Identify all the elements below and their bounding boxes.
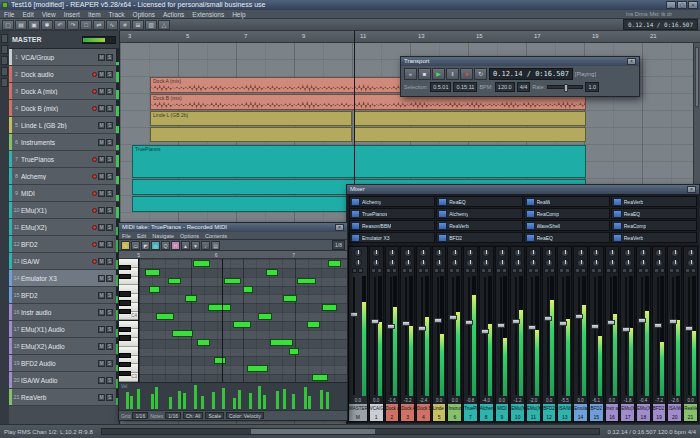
strip-solo-button[interactable] bbox=[550, 268, 555, 273]
mixer-toggle-button[interactable]: ▥ bbox=[145, 20, 157, 30]
redo-button[interactable]: ↷ bbox=[67, 20, 79, 30]
send-knob[interactable] bbox=[545, 249, 553, 257]
solo-button[interactable]: S bbox=[106, 275, 113, 282]
mixer-strip[interactable]: -2.0EMu(X2)11 bbox=[526, 246, 541, 422]
pan-knob[interactable] bbox=[545, 259, 553, 267]
velocity-bar[interactable] bbox=[137, 389, 140, 409]
solo-button[interactable]: S bbox=[106, 343, 113, 350]
fx-slot[interactable]: ReaVerb bbox=[611, 232, 697, 243]
mute-button[interactable]: M bbox=[98, 377, 105, 384]
midi-ruler[interactable]: 567 bbox=[119, 251, 347, 259]
mixer-strip[interactable]: -0.4EMu(X2) Audio18 bbox=[636, 246, 651, 422]
midi-note[interactable] bbox=[193, 260, 210, 267]
track-row[interactable]: 9MIDIMS bbox=[9, 185, 119, 202]
mixer-strip[interactable]: 0.0Instr audio16 bbox=[605, 246, 620, 422]
note-length-dropdown[interactable]: 1/8 bbox=[332, 240, 345, 250]
fx-slot[interactable]: TruePianos bbox=[349, 208, 435, 219]
strip-mute-button[interactable] bbox=[352, 268, 357, 273]
velocity-bar[interactable] bbox=[155, 387, 158, 409]
piano-black-key[interactable] bbox=[119, 353, 131, 358]
mute-button[interactable]: M bbox=[98, 173, 105, 180]
mixer-strip[interactable]: 0.0BFD212 bbox=[542, 246, 557, 422]
strip-solo-button[interactable] bbox=[644, 268, 649, 273]
piano-black-key[interactable] bbox=[119, 362, 131, 367]
fader-handle[interactable] bbox=[607, 320, 615, 325]
mute-button[interactable]: M bbox=[98, 156, 105, 163]
strip-solo-button[interactable] bbox=[392, 268, 397, 273]
mixer-strip[interactable]: 0.0Emulator X314 bbox=[573, 246, 588, 422]
fx-enable-button[interactable] bbox=[438, 222, 447, 230]
record-arm-button[interactable] bbox=[92, 225, 97, 230]
track-row[interactable]: 14Emulator X3MS bbox=[9, 270, 119, 287]
erase-tool-button[interactable]: ◩ bbox=[141, 241, 150, 250]
midi-note[interactable] bbox=[258, 313, 273, 320]
record-arm-button[interactable] bbox=[92, 259, 97, 264]
new-project-button[interactable]: ▢ bbox=[2, 20, 14, 30]
strip-mute-button[interactable] bbox=[434, 268, 439, 273]
strip-solo-button[interactable] bbox=[534, 268, 539, 273]
velocity-bar[interactable] bbox=[178, 391, 181, 409]
track-row[interactable]: 5Linde L (GB 2b)MS bbox=[9, 117, 119, 134]
arrange-item[interactable]: TruePianos bbox=[132, 145, 586, 178]
fx-slot[interactable]: ReaVerb bbox=[611, 196, 697, 207]
midi-menu-options[interactable]: Options bbox=[177, 232, 202, 240]
velocity-bar[interactable] bbox=[320, 390, 323, 409]
velocity-bar[interactable] bbox=[169, 397, 172, 409]
velocity-bar[interactable] bbox=[263, 395, 266, 409]
mixer-strip[interactable]: -2.6ISA/W Audio20 bbox=[667, 246, 682, 422]
send-knob[interactable] bbox=[577, 249, 585, 257]
strip-mute-button[interactable] bbox=[528, 268, 533, 273]
midi-note[interactable] bbox=[233, 321, 252, 328]
fader-handle[interactable] bbox=[449, 315, 457, 320]
strip-solo-button[interactable] bbox=[377, 268, 382, 273]
dock-tab-5[interactable] bbox=[1, 78, 8, 87]
dock-tab-2[interactable] bbox=[1, 45, 8, 54]
playrate-slider[interactable] bbox=[547, 85, 583, 89]
fader-handle[interactable] bbox=[528, 325, 536, 330]
send-knob[interactable] bbox=[388, 249, 396, 257]
piano-black-key[interactable] bbox=[119, 335, 131, 340]
fader-handle[interactable] bbox=[512, 319, 520, 324]
cc-lanes-button[interactable]: ▤ bbox=[211, 241, 220, 250]
horizontal-scrollbar-thumb[interactable] bbox=[251, 429, 375, 434]
midi-note[interactable] bbox=[149, 286, 159, 293]
fx-enable-button[interactable] bbox=[526, 234, 535, 242]
fx-slot[interactable]: ReaEQ bbox=[611, 208, 697, 219]
midi-note[interactable] bbox=[168, 278, 180, 285]
velocity-lane[interactable]: Vel bbox=[119, 382, 347, 410]
strip-solo-button[interactable] bbox=[440, 268, 445, 273]
grid-size-dropdown[interactable]: 1/16 bbox=[132, 412, 148, 419]
track-row[interactable]: 12BFD2MS bbox=[9, 236, 119, 253]
metronome-button[interactable]: △ bbox=[158, 20, 170, 30]
mixer-strip[interactable]: -4.0Alchemy8 bbox=[479, 246, 494, 422]
menu-item-options[interactable]: Options bbox=[129, 10, 159, 19]
strip-solo-button[interactable] bbox=[408, 268, 413, 273]
mixer-strip[interactable]: -7.2BFD2 Audio19 bbox=[652, 246, 667, 422]
menu-item-edit[interactable]: Edit bbox=[18, 10, 37, 19]
strip-solo-button[interactable] bbox=[628, 268, 633, 273]
velocity-bar[interactable] bbox=[183, 393, 186, 409]
mixer-strip[interactable]: -6.1BFD215 bbox=[589, 246, 604, 422]
track-row[interactable]: 1VCA/GroupMS bbox=[9, 49, 119, 66]
pan-knob[interactable] bbox=[466, 259, 474, 267]
dock-tab-3[interactable] bbox=[1, 56, 8, 65]
pan-knob[interactable] bbox=[687, 259, 695, 267]
midi-note-grid[interactable] bbox=[139, 259, 347, 382]
midi-note[interactable] bbox=[243, 286, 253, 293]
strip-solo-button[interactable] bbox=[502, 268, 507, 273]
pan-knob[interactable] bbox=[577, 259, 585, 267]
midi-menu-file[interactable]: File bbox=[119, 232, 134, 240]
solo-button[interactable]: S bbox=[106, 377, 113, 384]
stop-button[interactable]: ■ bbox=[418, 68, 431, 80]
mute-button[interactable]: M bbox=[98, 224, 105, 231]
strip-mute-button[interactable] bbox=[575, 268, 580, 273]
fader-handle[interactable] bbox=[559, 321, 567, 326]
strip-mute-button[interactable] bbox=[685, 268, 690, 273]
velocity-bar[interactable] bbox=[304, 387, 307, 409]
fx-enable-button[interactable] bbox=[438, 234, 447, 242]
strip-mute-button[interactable] bbox=[591, 268, 596, 273]
solo-button[interactable]: S bbox=[106, 326, 113, 333]
midi-note[interactable] bbox=[197, 339, 209, 346]
maximize-button[interactable]: ▢ bbox=[677, 1, 687, 9]
record-arm-button[interactable] bbox=[92, 208, 97, 213]
